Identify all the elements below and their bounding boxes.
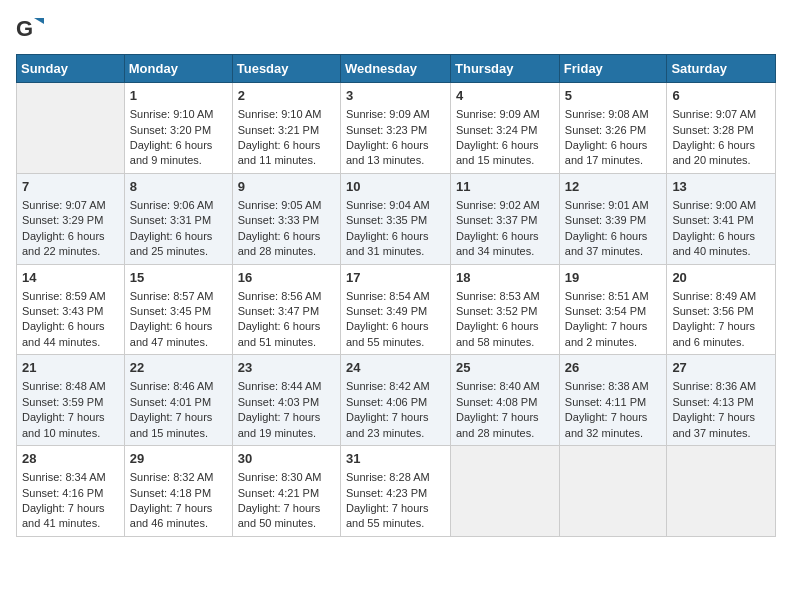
calendar-cell: 28Sunrise: 8:34 AM Sunset: 4:16 PM Dayli… xyxy=(17,446,125,537)
page-header: G xyxy=(16,16,776,44)
day-info: Sunrise: 8:48 AM Sunset: 3:59 PM Dayligh… xyxy=(22,380,106,438)
calendar-cell: 25Sunrise: 8:40 AM Sunset: 4:08 PM Dayli… xyxy=(451,355,560,446)
day-info: Sunrise: 9:00 AM Sunset: 3:41 PM Dayligh… xyxy=(672,199,756,257)
day-info: Sunrise: 8:54 AM Sunset: 3:49 PM Dayligh… xyxy=(346,290,430,348)
day-of-week-saturday: Saturday xyxy=(667,55,776,83)
calendar-cell: 15Sunrise: 8:57 AM Sunset: 3:45 PM Dayli… xyxy=(124,264,232,355)
day-number: 8 xyxy=(130,178,227,196)
calendar-cell: 9Sunrise: 9:05 AM Sunset: 3:33 PM Daylig… xyxy=(232,173,340,264)
calendar-cell xyxy=(451,446,560,537)
day-number: 11 xyxy=(456,178,554,196)
day-info: Sunrise: 8:32 AM Sunset: 4:18 PM Dayligh… xyxy=(130,471,214,529)
day-number: 2 xyxy=(238,87,335,105)
calendar-cell: 23Sunrise: 8:44 AM Sunset: 4:03 PM Dayli… xyxy=(232,355,340,446)
calendar-cell: 1Sunrise: 9:10 AM Sunset: 3:20 PM Daylig… xyxy=(124,83,232,174)
day-number: 26 xyxy=(565,359,662,377)
day-number: 6 xyxy=(672,87,770,105)
calendar-cell: 10Sunrise: 9:04 AM Sunset: 3:35 PM Dayli… xyxy=(340,173,450,264)
day-info: Sunrise: 8:28 AM Sunset: 4:23 PM Dayligh… xyxy=(346,471,430,529)
day-of-week-sunday: Sunday xyxy=(17,55,125,83)
calendar-cell: 19Sunrise: 8:51 AM Sunset: 3:54 PM Dayli… xyxy=(559,264,667,355)
day-info: Sunrise: 8:44 AM Sunset: 4:03 PM Dayligh… xyxy=(238,380,322,438)
day-number: 30 xyxy=(238,450,335,468)
day-number: 19 xyxy=(565,269,662,287)
day-number: 3 xyxy=(346,87,445,105)
calendar-cell: 5Sunrise: 9:08 AM Sunset: 3:26 PM Daylig… xyxy=(559,83,667,174)
day-info: Sunrise: 9:08 AM Sunset: 3:26 PM Dayligh… xyxy=(565,108,649,166)
day-number: 15 xyxy=(130,269,227,287)
day-number: 29 xyxy=(130,450,227,468)
calendar-cell: 8Sunrise: 9:06 AM Sunset: 3:31 PM Daylig… xyxy=(124,173,232,264)
day-number: 14 xyxy=(22,269,119,287)
day-info: Sunrise: 8:59 AM Sunset: 3:43 PM Dayligh… xyxy=(22,290,106,348)
calendar-cell: 16Sunrise: 8:56 AM Sunset: 3:47 PM Dayli… xyxy=(232,264,340,355)
calendar-cell: 29Sunrise: 8:32 AM Sunset: 4:18 PM Dayli… xyxy=(124,446,232,537)
day-info: Sunrise: 9:01 AM Sunset: 3:39 PM Dayligh… xyxy=(565,199,649,257)
day-number: 10 xyxy=(346,178,445,196)
day-number: 17 xyxy=(346,269,445,287)
calendar-week-5: 28Sunrise: 8:34 AM Sunset: 4:16 PM Dayli… xyxy=(17,446,776,537)
calendar-cell: 22Sunrise: 8:46 AM Sunset: 4:01 PM Dayli… xyxy=(124,355,232,446)
day-of-week-wednesday: Wednesday xyxy=(340,55,450,83)
day-number: 31 xyxy=(346,450,445,468)
calendar-cell: 31Sunrise: 8:28 AM Sunset: 4:23 PM Dayli… xyxy=(340,446,450,537)
calendar-week-4: 21Sunrise: 8:48 AM Sunset: 3:59 PM Dayli… xyxy=(17,355,776,446)
day-info: Sunrise: 8:49 AM Sunset: 3:56 PM Dayligh… xyxy=(672,290,756,348)
day-info: Sunrise: 8:46 AM Sunset: 4:01 PM Dayligh… xyxy=(130,380,214,438)
day-number: 28 xyxy=(22,450,119,468)
calendar-cell: 30Sunrise: 8:30 AM Sunset: 4:21 PM Dayli… xyxy=(232,446,340,537)
day-info: Sunrise: 9:04 AM Sunset: 3:35 PM Dayligh… xyxy=(346,199,430,257)
day-number: 18 xyxy=(456,269,554,287)
day-of-week-monday: Monday xyxy=(124,55,232,83)
day-number: 27 xyxy=(672,359,770,377)
calendar-cell: 11Sunrise: 9:02 AM Sunset: 3:37 PM Dayli… xyxy=(451,173,560,264)
day-number: 21 xyxy=(22,359,119,377)
calendar-week-2: 7Sunrise: 9:07 AM Sunset: 3:29 PM Daylig… xyxy=(17,173,776,264)
calendar-table: SundayMondayTuesdayWednesdayThursdayFrid… xyxy=(16,54,776,537)
day-info: Sunrise: 8:51 AM Sunset: 3:54 PM Dayligh… xyxy=(565,290,649,348)
day-number: 7 xyxy=(22,178,119,196)
day-info: Sunrise: 9:09 AM Sunset: 3:24 PM Dayligh… xyxy=(456,108,540,166)
calendar-cell: 4Sunrise: 9:09 AM Sunset: 3:24 PM Daylig… xyxy=(451,83,560,174)
day-info: Sunrise: 9:10 AM Sunset: 3:21 PM Dayligh… xyxy=(238,108,322,166)
day-info: Sunrise: 9:02 AM Sunset: 3:37 PM Dayligh… xyxy=(456,199,540,257)
day-number: 4 xyxy=(456,87,554,105)
day-number: 25 xyxy=(456,359,554,377)
day-of-week-friday: Friday xyxy=(559,55,667,83)
day-number: 13 xyxy=(672,178,770,196)
day-info: Sunrise: 9:05 AM Sunset: 3:33 PM Dayligh… xyxy=(238,199,322,257)
day-number: 16 xyxy=(238,269,335,287)
svg-text:G: G xyxy=(16,16,33,41)
calendar-cell: 18Sunrise: 8:53 AM Sunset: 3:52 PM Dayli… xyxy=(451,264,560,355)
day-number: 9 xyxy=(238,178,335,196)
day-info: Sunrise: 8:56 AM Sunset: 3:47 PM Dayligh… xyxy=(238,290,322,348)
calendar-cell: 7Sunrise: 9:07 AM Sunset: 3:29 PM Daylig… xyxy=(17,173,125,264)
day-number: 12 xyxy=(565,178,662,196)
day-info: Sunrise: 9:09 AM Sunset: 3:23 PM Dayligh… xyxy=(346,108,430,166)
day-info: Sunrise: 8:38 AM Sunset: 4:11 PM Dayligh… xyxy=(565,380,649,438)
calendar-body: 1Sunrise: 9:10 AM Sunset: 3:20 PM Daylig… xyxy=(17,83,776,537)
calendar-cell: 21Sunrise: 8:48 AM Sunset: 3:59 PM Dayli… xyxy=(17,355,125,446)
days-of-week-row: SundayMondayTuesdayWednesdayThursdayFrid… xyxy=(17,55,776,83)
calendar-cell: 20Sunrise: 8:49 AM Sunset: 3:56 PM Dayli… xyxy=(667,264,776,355)
day-info: Sunrise: 9:06 AM Sunset: 3:31 PM Dayligh… xyxy=(130,199,214,257)
day-info: Sunrise: 8:57 AM Sunset: 3:45 PM Dayligh… xyxy=(130,290,214,348)
logo: G xyxy=(16,16,48,44)
calendar-cell: 14Sunrise: 8:59 AM Sunset: 3:43 PM Dayli… xyxy=(17,264,125,355)
calendar-header: SundayMondayTuesdayWednesdayThursdayFrid… xyxy=(17,55,776,83)
calendar-cell xyxy=(17,83,125,174)
calendar-cell xyxy=(667,446,776,537)
day-number: 20 xyxy=(672,269,770,287)
calendar-cell: 2Sunrise: 9:10 AM Sunset: 3:21 PM Daylig… xyxy=(232,83,340,174)
calendar-cell: 26Sunrise: 8:38 AM Sunset: 4:11 PM Dayli… xyxy=(559,355,667,446)
day-number: 5 xyxy=(565,87,662,105)
day-info: Sunrise: 9:07 AM Sunset: 3:29 PM Dayligh… xyxy=(22,199,106,257)
day-info: Sunrise: 8:40 AM Sunset: 4:08 PM Dayligh… xyxy=(456,380,540,438)
day-number: 22 xyxy=(130,359,227,377)
day-info: Sunrise: 8:42 AM Sunset: 4:06 PM Dayligh… xyxy=(346,380,430,438)
day-number: 23 xyxy=(238,359,335,377)
calendar-cell: 3Sunrise: 9:09 AM Sunset: 3:23 PM Daylig… xyxy=(340,83,450,174)
day-number: 1 xyxy=(130,87,227,105)
logo-icon: G xyxy=(16,16,44,44)
calendar-week-3: 14Sunrise: 8:59 AM Sunset: 3:43 PM Dayli… xyxy=(17,264,776,355)
